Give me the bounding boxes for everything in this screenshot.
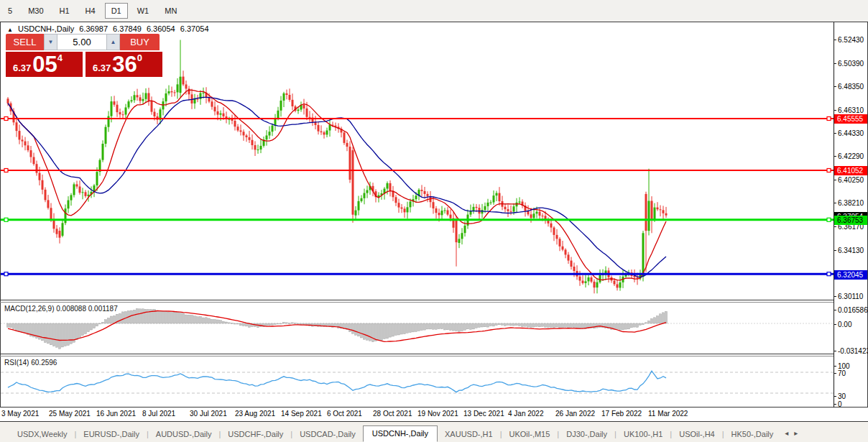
axis-tick-mark: [834, 156, 836, 157]
axis-tick-mark: [834, 396, 836, 397]
date-axis-label: 17 Feb 2022: [601, 410, 642, 418]
timeframe-button-5[interactable]: 5: [1, 3, 19, 19]
collapse-arrow-icon[interactable]: ▲: [7, 27, 13, 33]
date-axis-label: 23 Aug 2021: [235, 410, 275, 418]
date-axis-label: 14 Sep 2021: [281, 410, 322, 418]
volume-increase-button[interactable]: ▲: [106, 34, 120, 50]
rsi-axis-label: 70: [838, 369, 868, 377]
chart-symbol-header: ▲ USDCNH-,Daily 6.36987 6.37849 6.36054 …: [7, 24, 212, 33]
rsi-indicator-pane[interactable]: [1, 356, 834, 407]
timeframe-toolbar: 5M30H1H4D1W1MN: [0, 0, 868, 22]
rsi-value: 60.2596: [31, 359, 57, 367]
axis-tick-mark: [834, 203, 836, 203]
tab-scroll-right-icon[interactable]: ▸: [794, 429, 798, 437]
macd-value: 0.008088: [56, 305, 86, 313]
chart-tab-uk100-[interactable]: UK100-,H1: [617, 427, 670, 442]
date-axis-label: 6 Oct 2021: [327, 410, 362, 418]
chart-tab-audusd-[interactable]: AUDUSD-,Daily: [149, 427, 219, 442]
timeframe-button-m30[interactable]: M30: [22, 3, 50, 19]
axis-tick-mark: [834, 250, 836, 251]
volume-decrease-button[interactable]: ▼: [44, 34, 57, 50]
chart-tab-hk50-[interactable]: HK50-,Daily: [724, 427, 781, 442]
chart-tab-xauusd-[interactable]: XAUUSD-,H1: [438, 427, 500, 442]
date-axis-label: 19 Nov 2021: [417, 410, 458, 418]
price-level-badge: 6.36753: [834, 216, 867, 225]
volume-input[interactable]: [57, 34, 106, 50]
chart-tab-usoil-[interactable]: USOil-,H4: [672, 427, 722, 442]
chart-tab-usdchf-[interactable]: USDCHF-,Daily: [221, 427, 290, 442]
date-axis-label: 30 Jul 2021: [190, 410, 227, 418]
price-level-badge: 6.45555: [834, 114, 867, 124]
macd-name: MACD(12,26,9): [4, 305, 54, 313]
chart-tab-bar: USDX,Weekly|EURUSD-,Daily|AUDUSD-,Daily|…: [0, 422, 868, 442]
pane-divider[interactable]: [0, 300, 834, 300]
timeframe-button-w1[interactable]: W1: [131, 3, 156, 19]
macd-axis-label: 0.016586: [838, 306, 868, 314]
sell-price-sup: 4: [57, 52, 63, 63]
buy-price-sup: 0: [137, 52, 142, 63]
timeframe-button-mn[interactable]: MN: [158, 3, 183, 19]
price-axis-label: 6.44330: [838, 129, 868, 137]
rsi-canvas[interactable]: [1, 356, 834, 407]
timeframe-button-h4[interactable]: H4: [79, 3, 102, 19]
price-axis-label: 6.52430: [838, 36, 868, 44]
date-axis-label: 8 Jul 2021: [142, 410, 175, 418]
price-level-badge: 6.32045: [834, 270, 867, 280]
date-axis-label: 25 May 2021: [49, 410, 91, 418]
timeframe-button-h1[interactable]: H1: [53, 3, 76, 19]
chart-tab-usdx[interactable]: USDX,Weekly: [10, 427, 74, 442]
axis-tick-mark: [834, 180, 836, 180]
axis-tick-mark: [834, 296, 836, 297]
axis-tick-mark: [834, 133, 836, 134]
axis-tick-mark: [834, 373, 836, 374]
axis-tick-mark: [834, 226, 836, 227]
axis-tick-mark: [834, 110, 836, 111]
date-axis-label: 3 May 2021: [1, 410, 39, 418]
axis-tick-mark: [834, 404, 836, 405]
rsi-axis-label: 30: [838, 392, 868, 400]
axis-tick-mark: [834, 310, 836, 310]
sell-price-prefix: 6.37: [13, 63, 31, 73]
chart-tab-usdcad-[interactable]: USDCAD-,Daily: [292, 427, 363, 442]
tab-scroll-arrows: ◂▸: [785, 429, 798, 442]
price-level-badge: 6.41052: [834, 166, 867, 175]
macd-indicator-pane[interactable]: [1, 303, 834, 354]
macd-axis-label: -0.031423: [838, 347, 868, 355]
axis-tick-mark: [834, 351, 836, 351]
axis-tick-mark: [834, 40, 836, 40]
sell-button[interactable]: SELL: [6, 34, 44, 50]
buy-price-prefix: 6.37: [93, 63, 111, 73]
price-axis-label: 6.30110: [838, 293, 868, 300]
date-axis-label: 11 Mar 2022: [648, 410, 688, 418]
macd-label: MACD(12,26,9) 0.008088 0.001187: [4, 305, 118, 313]
buy-price-panel[interactable]: 6.37 36 0: [86, 52, 162, 77]
sell-price-big: 05: [32, 54, 57, 75]
macd-canvas[interactable]: [1, 303, 834, 354]
rsi-label: RSI(14) 60.2596: [4, 359, 57, 367]
one-click-trading-widget: SELL ▼ ▲ BUY 6.37 05 4 6.37 36 0: [6, 34, 162, 77]
axis-tick-mark: [834, 324, 836, 325]
buy-button[interactable]: BUY: [120, 34, 160, 50]
date-axis-label: 13 Dec 2021: [463, 410, 504, 418]
timeframe-button-d1[interactable]: D1: [105, 3, 128, 19]
axis-tick-mark: [834, 63, 836, 64]
date-axis: 3 May 202125 May 202116 Jun 20218 Jul 20…: [0, 408, 868, 421]
chart-tab-dj30-[interactable]: DJ30-,Daily: [559, 427, 614, 442]
ohlc-open: 6.36987: [79, 24, 108, 33]
date-axis-label: 4 Jan 2022: [508, 410, 544, 418]
ohlc-close: 6.37054: [180, 24, 209, 33]
price-axis-label: 6.48350: [838, 83, 868, 91]
chart-tab-ukoil-[interactable]: UKOil-,M15: [502, 427, 558, 442]
date-axis-label: 28 Oct 2021: [373, 410, 412, 418]
tab-scroll-left-icon[interactable]: ◂: [785, 429, 788, 437]
price-axis-label: 6.50390: [838, 60, 868, 68]
date-axis-label: 26 Jan 2022: [555, 410, 595, 418]
trading-platform-screen: 5M30H1H4D1W1MN 6.524306.503906.483506.46…: [0, 0, 868, 442]
chart-tab-eurusd-[interactable]: EURUSD-,Daily: [76, 427, 147, 442]
pane-divider[interactable]: [0, 354, 834, 354]
price-axis-label: 6.42290: [838, 152, 868, 160]
chart-tab-usdcnh-[interactable]: USDCNH-,Daily: [363, 425, 438, 442]
price-axis-label: 6.38210: [838, 199, 868, 207]
price-axis-label: 6.46310: [838, 106, 868, 114]
sell-price-panel[interactable]: 6.37 05 4: [6, 52, 83, 77]
